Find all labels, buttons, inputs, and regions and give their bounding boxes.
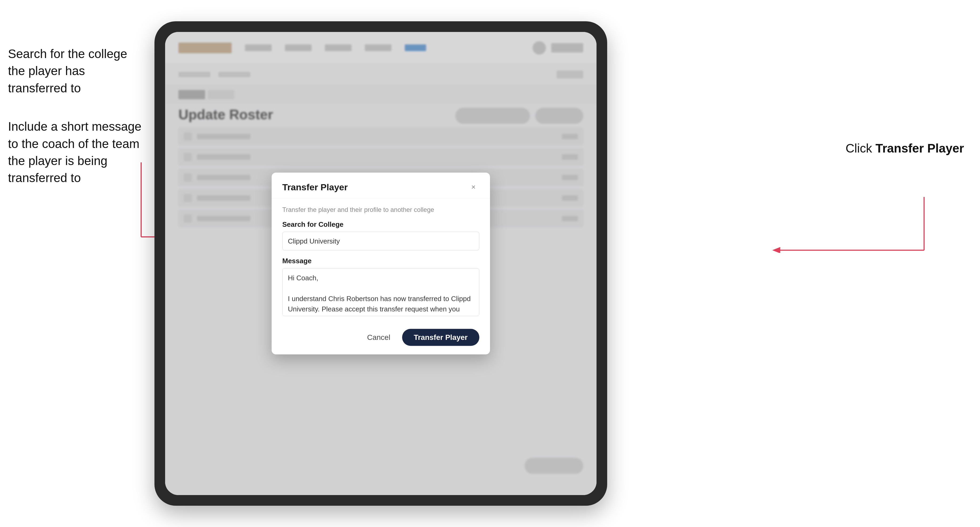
search-college-label: Search for College [282,221,479,229]
modal-body: Transfer the player and their profile to… [272,198,490,322]
modal-footer: Cancel Transfer Player [272,322,490,354]
search-college-input[interactable] [282,232,479,251]
svg-marker-5 [772,247,780,253]
annotation-transfer-bold: Transfer Player [876,141,964,155]
modal-subtitle: Transfer the player and their profile to… [282,206,479,213]
modal-header: Transfer Player × [272,173,490,198]
cancel-button[interactable]: Cancel [362,330,396,345]
annotation-right-container: Click Transfer Player [845,141,964,156]
close-icon: × [471,183,476,191]
annotation-left-container: Search for the college the player has tr… [8,45,146,187]
message-textarea[interactable]: Hi Coach, I understand Chris Robertson h… [282,268,479,316]
modal-title: Transfer Player [282,182,348,192]
app-screen: Update Roster [165,32,597,495]
annotation-search-text: Search for the college the player has tr… [8,45,146,97]
transfer-player-modal: Transfer Player × Transfer the player an… [272,173,490,354]
right-arrow-line [767,194,927,253]
transfer-player-button[interactable]: Transfer Player [402,329,479,346]
annotation-message-text: Include a short message to the coach of … [8,118,146,187]
ipad-device: Update Roster [154,21,607,506]
ipad-screen-container: Update Roster [165,32,597,495]
modal-close-button[interactable]: × [468,181,479,193]
message-label: Message [282,257,479,265]
annotation-click-text: Click Transfer Player [845,141,964,156]
